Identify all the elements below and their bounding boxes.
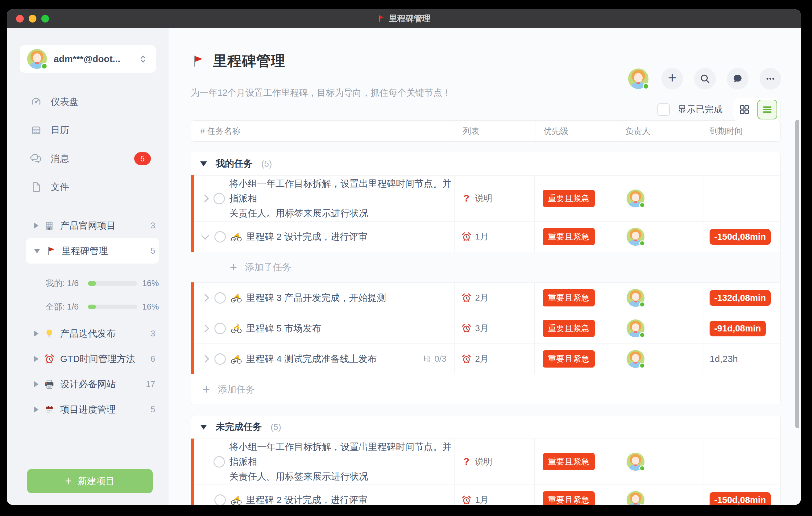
task-list-cell[interactable]: ?说明 bbox=[455, 176, 534, 221]
kanban-view-button[interactable] bbox=[736, 100, 752, 119]
section-header[interactable]: 未完成任务(5) bbox=[191, 415, 780, 438]
expand-chevron-icon[interactable] bbox=[201, 196, 208, 201]
task-priority-cell[interactable]: 重要且紧急 bbox=[534, 222, 617, 252]
add-task-row[interactable]: +添加任务 bbox=[191, 374, 780, 405]
expand-triangle-icon[interactable] bbox=[34, 381, 38, 387]
sidebar-project-gtd[interactable]: GTD时间管理方法6 bbox=[26, 346, 159, 372]
task-due-cell[interactable]: 1d,23h bbox=[703, 344, 780, 374]
task-list-cell[interactable]: 2月 bbox=[455, 283, 534, 313]
task-priority-cell[interactable]: 重要且紧急 bbox=[534, 344, 617, 374]
expand-triangle-icon[interactable] bbox=[34, 223, 38, 229]
owner-avatar[interactable] bbox=[627, 228, 644, 246]
sidebar-project-design-sites[interactable]: 设计必备网站17 bbox=[26, 372, 159, 397]
task-complete-circle[interactable] bbox=[214, 494, 226, 505]
task-complete-circle[interactable] bbox=[213, 456, 225, 467]
sidebar-project-progress[interactable]: 项目进度管理5 bbox=[26, 397, 159, 422]
task-priority-cell[interactable]: 重要且紧急 bbox=[534, 313, 617, 343]
zoom-window-button[interactable] bbox=[41, 15, 49, 23]
owner-avatar[interactable] bbox=[627, 190, 644, 207]
task-owner-cell[interactable] bbox=[617, 176, 703, 221]
collapse-chevron-icon[interactable] bbox=[201, 235, 209, 238]
task-owner-cell[interactable] bbox=[617, 439, 703, 485]
owner-avatar[interactable] bbox=[627, 453, 644, 470]
task-priority-cell[interactable]: 重要且紧急 bbox=[534, 176, 617, 221]
task-complete-circle[interactable] bbox=[214, 323, 226, 334]
expand-chevron-icon[interactable] bbox=[201, 295, 209, 300]
task-owner-cell[interactable] bbox=[617, 344, 703, 374]
priority-badge[interactable]: 重要且紧急 bbox=[543, 320, 595, 337]
user-avatar[interactable] bbox=[628, 68, 648, 89]
vertical-scrollbar[interactable] bbox=[795, 120, 799, 428]
priority-badge[interactable]: 重要且紧急 bbox=[543, 491, 595, 505]
collapse-triangle-icon[interactable] bbox=[34, 249, 40, 253]
task-due-cell[interactable] bbox=[703, 439, 780, 485]
expand-triangle-icon[interactable] bbox=[34, 356, 38, 362]
priority-badge[interactable]: 重要且紧急 bbox=[543, 228, 595, 245]
more-button[interactable] bbox=[759, 68, 781, 89]
task-list-cell[interactable]: 1月 bbox=[455, 222, 534, 252]
task-due-cell[interactable]: -132d,08min bbox=[703, 283, 780, 313]
account-switcher[interactable]: adm***@doot... bbox=[20, 45, 156, 73]
task-due-cell[interactable]: -150d,08min bbox=[703, 222, 780, 252]
task-list-cell[interactable]: 1月 bbox=[455, 485, 534, 505]
collapse-triangle-icon[interactable] bbox=[200, 162, 207, 166]
sidebar-item-files[interactable]: 文件 bbox=[7, 173, 168, 201]
show-completed-checkbox[interactable] bbox=[658, 104, 670, 116]
owner-avatar[interactable] bbox=[627, 350, 644, 368]
task-row[interactable]: 里程碑 2 设计完成，进行评审1月重要且紧急-150d,08min bbox=[191, 485, 780, 505]
titlebar: 里程碑管理 bbox=[7, 9, 801, 28]
task-complete-circle[interactable] bbox=[214, 292, 226, 304]
task-owner-cell[interactable] bbox=[617, 313, 703, 343]
task-due-cell[interactable]: -150d,08min bbox=[703, 485, 780, 505]
task-row[interactable]: 里程碑 3 产品开发完成，开始提测2月重要且紧急-132d,08min bbox=[191, 282, 780, 313]
task-complete-circle[interactable] bbox=[213, 193, 225, 204]
add-subtask-row[interactable]: +添加子任务 bbox=[191, 252, 780, 282]
task-section: 未完成任务(5)将小组一年工作目标拆解，设置出里程碑时间节点。并指派相关责任人。… bbox=[191, 415, 781, 505]
task-priority-cell[interactable]: 重要且紧急 bbox=[534, 439, 617, 485]
task-row[interactable]: 里程碑 2 设计完成，进行评审1月重要且紧急-150d,08min bbox=[191, 221, 780, 252]
task-row[interactable]: 将小组一年工作目标拆解，设置出里程碑时间节点。并指派相关责任人。用标签来展示进行… bbox=[191, 438, 780, 485]
expand-chevron-icon[interactable] bbox=[201, 356, 209, 362]
task-row[interactable]: 里程碑 5 市场发布3月重要且紧急-91d,08min bbox=[191, 313, 780, 343]
new-project-button[interactable]: + 新建项目 bbox=[27, 469, 153, 493]
task-priority-cell[interactable]: 重要且紧急 bbox=[534, 485, 617, 505]
sidebar-project-milestones[interactable]: 里程碑管理5 bbox=[26, 238, 159, 263]
sidebar-project-iterations[interactable]: 产品迭代发布3 bbox=[26, 321, 159, 346]
task-list-cell[interactable]: 2月 bbox=[455, 344, 534, 374]
chat-button[interactable] bbox=[727, 68, 749, 89]
task-row[interactable]: 将小组一年工作目标拆解，设置出里程碑时间节点。并指派相关责任人。用标签来展示进行… bbox=[191, 175, 780, 221]
expand-triangle-icon[interactable] bbox=[34, 406, 38, 412]
task-complete-circle[interactable] bbox=[214, 353, 226, 365]
task-complete-circle[interactable] bbox=[214, 231, 226, 242]
task-due-cell[interactable] bbox=[703, 176, 780, 221]
priority-badge[interactable]: 重要且紧急 bbox=[543, 289, 595, 307]
expand-triangle-icon[interactable] bbox=[34, 331, 38, 337]
section-header[interactable]: 我的任务(5) bbox=[191, 152, 780, 175]
add-button[interactable]: + bbox=[662, 68, 683, 89]
list-view-button[interactable] bbox=[757, 100, 777, 119]
task-owner-cell[interactable] bbox=[617, 283, 703, 313]
task-owner-cell[interactable] bbox=[617, 222, 703, 252]
task-priority-cell[interactable]: 重要且紧急 bbox=[534, 283, 617, 313]
sidebar-project-product-site[interactable]: 产品官网项目3 bbox=[26, 213, 159, 238]
account-avatar bbox=[27, 49, 47, 69]
task-list-cell[interactable]: 3月 bbox=[455, 313, 534, 343]
collapse-triangle-icon[interactable] bbox=[200, 425, 207, 430]
expand-chevron-icon[interactable] bbox=[201, 325, 209, 331]
owner-avatar[interactable] bbox=[627, 289, 644, 307]
search-button[interactable] bbox=[694, 68, 716, 89]
task-row[interactable]: 里程碑 4 测试完成准备线上发布0/32月重要且紧急1d,23h bbox=[191, 343, 780, 374]
sidebar-item-messages[interactable]: 消息5 bbox=[7, 144, 168, 173]
minimize-window-button[interactable] bbox=[29, 15, 36, 23]
priority-badge[interactable]: 重要且紧急 bbox=[543, 453, 595, 470]
priority-badge[interactable]: 重要且紧急 bbox=[543, 350, 595, 368]
sidebar-item-calendar[interactable]: 日历 bbox=[7, 116, 168, 144]
task-list-cell[interactable]: ?说明 bbox=[455, 439, 534, 485]
owner-avatar[interactable] bbox=[627, 491, 644, 505]
sidebar-item-dashboard[interactable]: 仪表盘 bbox=[7, 88, 168, 116]
close-window-button[interactable] bbox=[16, 15, 24, 23]
owner-avatar[interactable] bbox=[627, 319, 644, 337]
priority-badge[interactable]: 重要且紧急 bbox=[543, 190, 595, 207]
task-owner-cell[interactable] bbox=[617, 485, 703, 505]
task-due-cell[interactable]: -91d,08min bbox=[703, 313, 780, 343]
